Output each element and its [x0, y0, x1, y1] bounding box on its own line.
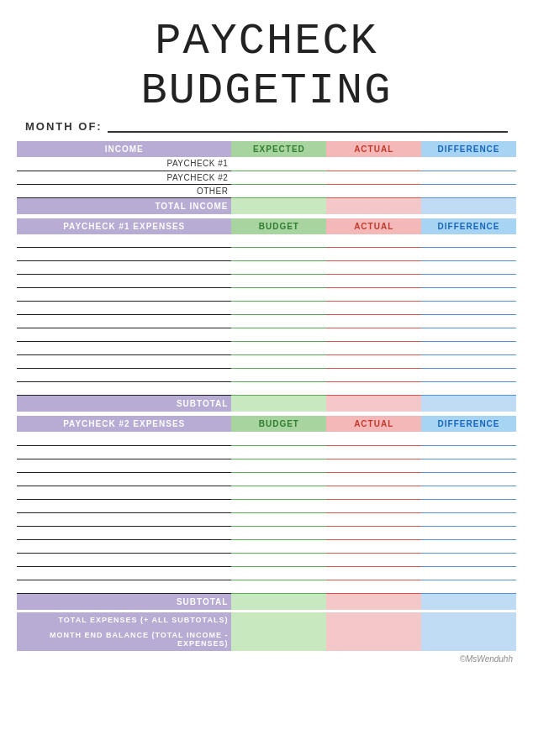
pc2-row6-budget[interactable] — [231, 499, 326, 512]
pc1-row4-actual[interactable] — [326, 275, 421, 288]
pc2-row2-actual[interactable] — [326, 445, 421, 459]
pc1-row7-actual[interactable] — [326, 315, 421, 328]
pc1-row10-actual[interactable] — [326, 355, 421, 369]
pc1-row10-budget[interactable] — [231, 355, 326, 369]
other-expected[interactable] — [231, 184, 326, 197]
total-income-actual[interactable] — [326, 197, 421, 214]
pc2-row5-budget[interactable] — [231, 486, 326, 499]
pc1-row6-budget[interactable] — [231, 302, 326, 315]
pc2-row1-budget[interactable] — [231, 432, 326, 445]
pc2-row6-actual[interactable] — [326, 499, 421, 512]
pc1-row12-budget[interactable] — [231, 382, 326, 396]
pc2-row12-budget[interactable] — [231, 580, 326, 593]
paycheck1-diff[interactable] — [421, 157, 516, 171]
paycheck1-actual[interactable] — [326, 157, 421, 171]
pc1-row6-diff[interactable] — [421, 302, 516, 315]
pc2-row9-budget[interactable] — [231, 539, 326, 553]
pc2-row3-actual[interactable] — [326, 459, 421, 472]
pc1-row10-diff[interactable] — [421, 355, 516, 369]
pc1-row3-budget[interactable] — [231, 261, 326, 275]
pc2-subtotal-diff[interactable] — [421, 593, 516, 610]
total-expenses-budget[interactable] — [231, 612, 326, 627]
pc2-row1-diff[interactable] — [421, 432, 516, 445]
pc2-row12-diff[interactable] — [421, 580, 516, 593]
pc1-row8-budget[interactable] — [231, 328, 326, 342]
pc1-row4-diff[interactable] — [421, 275, 516, 288]
pc1-row2-diff[interactable] — [421, 248, 516, 261]
pc2-row10-actual[interactable] — [326, 553, 421, 566]
pc2-row4-budget[interactable] — [231, 472, 326, 486]
pc1-row3-actual[interactable] — [326, 261, 421, 275]
pc1-row8-diff[interactable] — [421, 328, 516, 342]
pc1-row11-budget[interactable] — [231, 369, 326, 382]
pc2-row9-actual[interactable] — [326, 539, 421, 553]
month-end-actual[interactable] — [326, 627, 421, 651]
pc1-row12-diff[interactable] — [421, 382, 516, 396]
pc2-row10-diff[interactable] — [421, 553, 516, 566]
pc1-row1-diff[interactable] — [421, 234, 516, 248]
pc2-row2-diff[interactable] — [421, 445, 516, 459]
pc1-row9-diff[interactable] — [421, 342, 516, 355]
total-expenses-diff[interactable] — [421, 612, 516, 627]
pc2-row11-budget[interactable] — [231, 566, 326, 580]
total-expenses-actual[interactable] — [326, 612, 421, 627]
pc1-row1-budget[interactable] — [231, 234, 326, 248]
pc2-row7-actual[interactable] — [326, 512, 421, 526]
paycheck2-diff[interactable] — [421, 171, 516, 184]
pc1-row5-budget[interactable] — [231, 288, 326, 302]
paycheck2-actual[interactable] — [326, 171, 421, 184]
pc2-row12-actual[interactable] — [326, 580, 421, 593]
pc1-row8-actual[interactable] — [326, 328, 421, 342]
pc1-row5-actual[interactable] — [326, 288, 421, 302]
pc2-subtotal-actual[interactable] — [326, 593, 421, 610]
pc2-row3-budget[interactable] — [231, 459, 326, 472]
pc2-row8-diff[interactable] — [421, 526, 516, 539]
pc2-row5-actual[interactable] — [326, 486, 421, 499]
total-income-diff[interactable] — [421, 197, 516, 214]
pc1-row3-diff[interactable] — [421, 261, 516, 275]
pc1-subtotal-diff[interactable] — [421, 396, 516, 412]
diff-header-income: DIFFERENCE — [421, 141, 516, 157]
pc1-row7-budget[interactable] — [231, 315, 326, 328]
paycheck2-expected[interactable] — [231, 171, 326, 184]
pc2-row2-budget[interactable] — [231, 445, 326, 459]
pc2-row8-budget[interactable] — [231, 526, 326, 539]
pc1-expenses-header-row: PAYCHECK #1 EXPENSES BUDGET ACTUAL DIFFE… — [17, 218, 516, 234]
pc2-row9-diff[interactable] — [421, 539, 516, 553]
month-end-budget[interactable] — [231, 627, 326, 651]
pc1-subtotal-budget[interactable] — [231, 396, 326, 412]
pc1-row11-actual[interactable] — [326, 369, 421, 382]
pc1-row5-diff[interactable] — [421, 288, 516, 302]
pc1-row4-budget[interactable] — [231, 275, 326, 288]
pc2-subtotal-budget[interactable] — [231, 593, 326, 610]
pc2-row11-diff[interactable] — [421, 566, 516, 580]
month-end-diff[interactable] — [421, 627, 516, 651]
pc1-row11-diff[interactable] — [421, 369, 516, 382]
pc2-row8-actual[interactable] — [326, 526, 421, 539]
pc1-row7-diff[interactable] — [421, 315, 516, 328]
pc2-row3-diff[interactable] — [421, 459, 516, 472]
pc2-row5-diff[interactable] — [421, 486, 516, 499]
pc1-row6-actual[interactable] — [326, 302, 421, 315]
pc1-row1-actual[interactable] — [326, 234, 421, 248]
pc2-row4-diff[interactable] — [421, 472, 516, 486]
pc2-row7-diff[interactable] — [421, 512, 516, 526]
paycheck1-expected[interactable] — [231, 157, 326, 171]
other-actual[interactable] — [326, 184, 421, 197]
other-diff[interactable] — [421, 184, 516, 197]
pc1-row12-actual[interactable] — [326, 382, 421, 396]
pc1-row2-actual[interactable] — [326, 248, 421, 261]
pc2-row4-actual[interactable] — [326, 472, 421, 486]
pc2-expense-row — [17, 566, 516, 580]
pc2-row11-actual[interactable] — [326, 566, 421, 580]
pc1-subtotal-actual[interactable] — [326, 396, 421, 412]
pc1-row9-actual[interactable] — [326, 342, 421, 355]
pc2-row6-diff[interactable] — [421, 499, 516, 512]
pc2-row7-budget[interactable] — [231, 512, 326, 526]
pc2-row10-budget[interactable] — [231, 553, 326, 566]
pc1-row2-budget[interactable] — [231, 248, 326, 261]
pc1-row9-budget[interactable] — [231, 342, 326, 355]
total-income-expected[interactable] — [231, 197, 326, 214]
pc2-row1-actual[interactable] — [326, 432, 421, 445]
pc2-diff-header: DIFFERENCE — [421, 416, 516, 432]
